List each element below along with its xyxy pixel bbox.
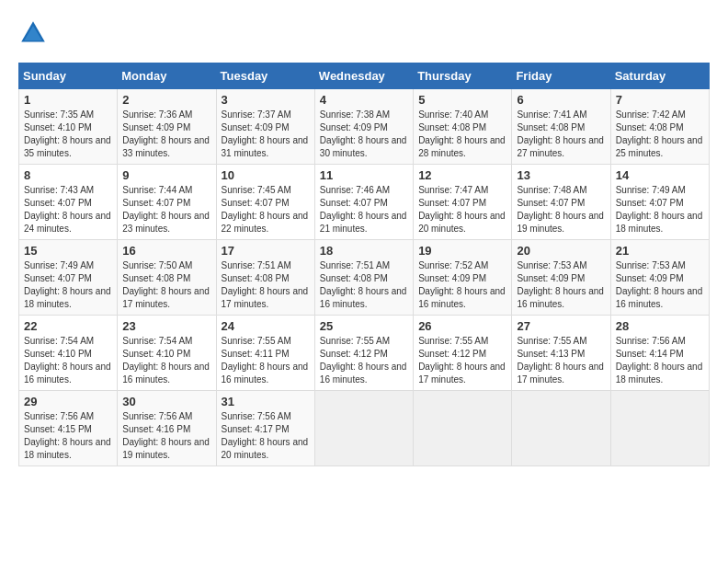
calendar-cell: 2 Sunrise: 7:36 AM Sunset: 4:09 PM Dayli…	[118, 89, 216, 165]
header-day-sunday: Sunday	[19, 63, 118, 89]
day-number: 3	[222, 93, 310, 107]
calendar-cell: 11 Sunrise: 7:46 AM Sunset: 4:07 PM Dayl…	[314, 165, 413, 240]
day-info: Sunrise: 7:40 AM Sunset: 4:08 PM Dayligh…	[418, 109, 506, 160]
calendar-cell: 29 Sunrise: 7:56 AM Sunset: 4:15 PM Dayl…	[19, 391, 118, 466]
calendar-cell: 20 Sunrise: 7:53 AM Sunset: 4:09 PM Dayl…	[512, 240, 610, 316]
calendar-cell: 1 Sunrise: 7:35 AM Sunset: 4:10 PM Dayli…	[19, 89, 118, 165]
header-day-tuesday: Tuesday	[216, 63, 314, 89]
day-number: 13	[517, 168, 605, 182]
day-info: Sunrise: 7:55 AM Sunset: 4:13 PM Dayligh…	[517, 335, 605, 386]
day-number: 7	[616, 93, 704, 107]
day-info: Sunrise: 7:56 AM Sunset: 4:14 PM Dayligh…	[616, 335, 704, 386]
day-info: Sunrise: 7:42 AM Sunset: 4:08 PM Dayligh…	[616, 109, 704, 160]
day-number: 22	[24, 319, 112, 333]
page-header	[18, 18, 710, 48]
day-number: 5	[418, 93, 506, 107]
calendar-cell: 12 Sunrise: 7:47 AM Sunset: 4:07 PM Dayl…	[414, 165, 512, 240]
day-info: Sunrise: 7:53 AM Sunset: 4:09 PM Dayligh…	[616, 259, 704, 311]
day-number: 29	[24, 395, 112, 408]
day-info: Sunrise: 7:55 AM Sunset: 4:12 PM Dayligh…	[418, 335, 506, 386]
day-number: 31	[222, 395, 310, 408]
calendar-week-row: 8 Sunrise: 7:43 AM Sunset: 4:07 PM Dayli…	[19, 165, 710, 240]
day-info: Sunrise: 7:48 AM Sunset: 4:07 PM Dayligh…	[517, 184, 605, 236]
day-info: Sunrise: 7:45 AM Sunset: 4:07 PM Dayligh…	[222, 184, 310, 236]
day-info: Sunrise: 7:53 AM Sunset: 4:09 PM Dayligh…	[517, 259, 605, 311]
calendar-cell: 23 Sunrise: 7:54 AM Sunset: 4:10 PM Dayl…	[118, 316, 216, 391]
day-number: 23	[122, 319, 210, 333]
calendar-cell: 19 Sunrise: 7:52 AM Sunset: 4:09 PM Dayl…	[414, 240, 512, 316]
calendar-cell: 13 Sunrise: 7:48 AM Sunset: 4:07 PM Dayl…	[512, 165, 610, 240]
calendar-cell: 28 Sunrise: 7:56 AM Sunset: 4:14 PM Dayl…	[610, 316, 709, 391]
calendar-cell: 30 Sunrise: 7:56 AM Sunset: 4:16 PM Dayl…	[118, 391, 216, 466]
calendar-week-row: 22 Sunrise: 7:54 AM Sunset: 4:10 PM Dayl…	[19, 316, 710, 391]
day-number: 12	[418, 168, 506, 182]
calendar-week-row: 15 Sunrise: 7:49 AM Sunset: 4:07 PM Dayl…	[19, 240, 710, 316]
day-number: 19	[418, 244, 506, 258]
day-number: 14	[616, 168, 704, 182]
day-number: 8	[24, 168, 112, 182]
calendar-cell: 3 Sunrise: 7:37 AM Sunset: 4:09 PM Dayli…	[216, 89, 314, 165]
calendar-cell: 24 Sunrise: 7:55 AM Sunset: 4:11 PM Dayl…	[216, 316, 314, 391]
day-number: 9	[122, 168, 210, 182]
calendar-week-row: 29 Sunrise: 7:56 AM Sunset: 4:15 PM Dayl…	[19, 391, 710, 466]
day-number: 26	[418, 319, 506, 333]
header-day-thursday: Thursday	[414, 63, 512, 89]
day-info: Sunrise: 7:56 AM Sunset: 4:17 PM Dayligh…	[222, 410, 310, 462]
day-info: Sunrise: 7:56 AM Sunset: 4:16 PM Dayligh…	[122, 410, 210, 462]
calendar-cell: 27 Sunrise: 7:55 AM Sunset: 4:13 PM Dayl…	[512, 316, 610, 391]
day-number: 30	[122, 395, 210, 408]
logo-icon	[18, 18, 48, 48]
calendar-cell: 4 Sunrise: 7:38 AM Sunset: 4:09 PM Dayli…	[314, 89, 413, 165]
day-info: Sunrise: 7:44 AM Sunset: 4:07 PM Dayligh…	[122, 184, 210, 236]
calendar-cell: 10 Sunrise: 7:45 AM Sunset: 4:07 PM Dayl…	[216, 165, 314, 240]
day-info: Sunrise: 7:56 AM Sunset: 4:15 PM Dayligh…	[24, 410, 112, 462]
calendar-cell: 21 Sunrise: 7:53 AM Sunset: 4:09 PM Dayl…	[610, 240, 709, 316]
day-number: 4	[320, 93, 408, 107]
calendar-cell: 8 Sunrise: 7:43 AM Sunset: 4:07 PM Dayli…	[19, 165, 118, 240]
calendar-table: SundayMondayTuesdayWednesdayThursdayFrid…	[18, 63, 710, 466]
day-info: Sunrise: 7:41 AM Sunset: 4:08 PM Dayligh…	[517, 109, 605, 160]
day-info: Sunrise: 7:49 AM Sunset: 4:07 PM Dayligh…	[616, 184, 704, 236]
day-info: Sunrise: 7:47 AM Sunset: 4:07 PM Dayligh…	[418, 184, 506, 236]
calendar-cell	[414, 391, 512, 466]
calendar-cell: 31 Sunrise: 7:56 AM Sunset: 4:17 PM Dayl…	[216, 391, 314, 466]
day-info: Sunrise: 7:38 AM Sunset: 4:09 PM Dayligh…	[320, 109, 408, 160]
day-info: Sunrise: 7:51 AM Sunset: 4:08 PM Dayligh…	[320, 259, 408, 311]
calendar-cell: 7 Sunrise: 7:42 AM Sunset: 4:08 PM Dayli…	[610, 89, 709, 165]
day-info: Sunrise: 7:54 AM Sunset: 4:10 PM Dayligh…	[24, 335, 112, 386]
logo	[18, 18, 51, 48]
header-day-monday: Monday	[118, 63, 216, 89]
day-info: Sunrise: 7:49 AM Sunset: 4:07 PM Dayligh…	[24, 259, 112, 311]
calendar-cell	[512, 391, 610, 466]
calendar-cell	[610, 391, 709, 466]
calendar-week-row: 1 Sunrise: 7:35 AM Sunset: 4:10 PM Dayli…	[19, 89, 710, 165]
calendar-cell	[314, 391, 413, 466]
day-info: Sunrise: 7:36 AM Sunset: 4:09 PM Dayligh…	[122, 109, 210, 160]
calendar-cell: 6 Sunrise: 7:41 AM Sunset: 4:08 PM Dayli…	[512, 89, 610, 165]
calendar-cell: 5 Sunrise: 7:40 AM Sunset: 4:08 PM Dayli…	[414, 89, 512, 165]
calendar-cell: 25 Sunrise: 7:55 AM Sunset: 4:12 PM Dayl…	[314, 316, 413, 391]
day-number: 28	[616, 319, 704, 333]
day-info: Sunrise: 7:51 AM Sunset: 4:08 PM Dayligh…	[222, 259, 310, 311]
day-number: 21	[616, 244, 704, 258]
day-info: Sunrise: 7:55 AM Sunset: 4:11 PM Dayligh…	[222, 335, 310, 386]
calendar-cell: 26 Sunrise: 7:55 AM Sunset: 4:12 PM Dayl…	[414, 316, 512, 391]
day-info: Sunrise: 7:43 AM Sunset: 4:07 PM Dayligh…	[24, 184, 112, 236]
day-number: 25	[320, 319, 408, 333]
day-number: 6	[517, 93, 605, 107]
day-number: 18	[320, 244, 408, 258]
day-info: Sunrise: 7:52 AM Sunset: 4:09 PM Dayligh…	[418, 259, 506, 311]
day-info: Sunrise: 7:50 AM Sunset: 4:08 PM Dayligh…	[122, 259, 210, 311]
day-number: 20	[517, 244, 605, 258]
calendar-cell: 17 Sunrise: 7:51 AM Sunset: 4:08 PM Dayl…	[216, 240, 314, 316]
day-info: Sunrise: 7:35 AM Sunset: 4:10 PM Dayligh…	[24, 109, 112, 160]
calendar-cell: 14 Sunrise: 7:49 AM Sunset: 4:07 PM Dayl…	[610, 165, 709, 240]
day-info: Sunrise: 7:37 AM Sunset: 4:09 PM Dayligh…	[222, 109, 310, 160]
calendar-cell: 9 Sunrise: 7:44 AM Sunset: 4:07 PM Dayli…	[118, 165, 216, 240]
day-info: Sunrise: 7:54 AM Sunset: 4:10 PM Dayligh…	[122, 335, 210, 386]
calendar-cell: 18 Sunrise: 7:51 AM Sunset: 4:08 PM Dayl…	[314, 240, 413, 316]
calendar-cell: 22 Sunrise: 7:54 AM Sunset: 4:10 PM Dayl…	[19, 316, 118, 391]
header-day-saturday: Saturday	[610, 63, 709, 89]
day-number: 17	[222, 244, 310, 258]
calendar-cell: 16 Sunrise: 7:50 AM Sunset: 4:08 PM Dayl…	[118, 240, 216, 316]
